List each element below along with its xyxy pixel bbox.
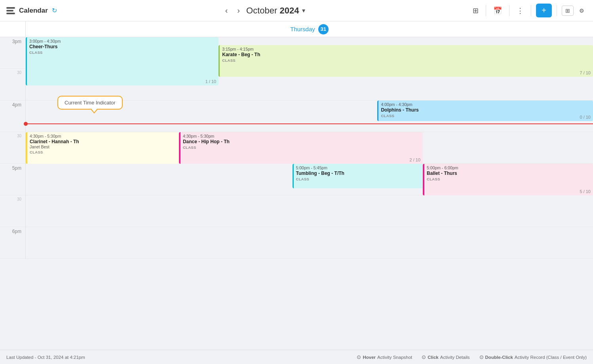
event-name: Dolphins - Thurs (381, 107, 591, 113)
app-container: Calendar ↻ ‹ › October 2024 ▾ ⊞ 📅 ⋮ + ⊞ … (0, 0, 593, 364)
event-time: 4:30pm - 5:30pm (30, 134, 177, 138)
event-cheer-thurs[interactable]: 3:00pm - 4:30pm Cheer-Thurs CLASS 1 / 10 (26, 37, 219, 85)
click-mouse-icon: ⊙ (422, 354, 426, 360)
event-time: 5:00pm - 5:45pm (296, 165, 426, 170)
event-ballet[interactable]: 5:00pm - 6:00pm Ballet - Thurs CLASS 5 /… (423, 164, 593, 195)
hints-area: ⊙ Hover Activity Snapshot ⊙ Click Activi… (357, 354, 587, 360)
main-grid: 3:00pm - 4:30pm Cheer-Thurs CLASS 1 / 10… (26, 37, 593, 350)
tooltip-text: Current Time Indicator (65, 100, 116, 106)
time-3pm: 3pm (0, 37, 26, 69)
refresh-icon[interactable]: ↻ (52, 7, 57, 14)
columns-view-button[interactable]: ⊞ (470, 5, 481, 17)
event-type: CLASS (29, 50, 216, 55)
hint-dblclick-action: Double-Click (485, 355, 513, 360)
current-time-tooltip: Current Time Indicator (57, 96, 123, 110)
hint-click: ⊙ Click Activity Details (422, 354, 469, 360)
time-column: 3pm 30 4pm 30 5pm 30 6pm (0, 37, 26, 350)
calendar-body: Thursday 31 3pm 30 4pm 30 5pm 30 6pm (0, 21, 593, 350)
event-karate[interactable]: 3:15pm - 4:15pm Karate - Beg - Th CLASS … (219, 45, 593, 77)
separator (486, 5, 486, 16)
event-name: Clarinet - Hannah - Th (30, 139, 177, 144)
event-count: 0 / 10 (580, 115, 591, 119)
scroll-area[interactable]: Thursday 31 3pm 30 4pm 30 5pm 30 6pm (0, 21, 593, 350)
hover-mouse-icon: ⊙ (357, 354, 361, 360)
app-title: Calendar (19, 7, 48, 15)
grid-view-button[interactable]: ⊞ (562, 6, 574, 16)
hint-click-text: Activity Details (440, 355, 470, 360)
event-count: 7 / 10 (580, 70, 591, 75)
event-time: 4:30pm - 5:30pm (183, 134, 420, 138)
hint-hover-text: Activity Snapshot (377, 355, 412, 360)
event-count: 5 / 10 (580, 189, 591, 194)
event-sub: Janet Best (30, 144, 177, 149)
header: Calendar ↻ ‹ › October 2024 ▾ ⊞ 📅 ⋮ + ⊞ … (0, 0, 593, 21)
event-time: 4:00pm - 4:30pm (381, 102, 591, 107)
calendar-view-button[interactable]: 📅 (491, 5, 504, 17)
event-type: CLASS (30, 150, 177, 154)
hint-click-action: Click (428, 355, 439, 360)
time-430: 30 (0, 132, 26, 164)
last-updated-label: Last Updated - Oct 31, 2024 at 4:21pm (6, 355, 85, 360)
status-bar: Last Updated - Oct 31, 2024 at 4:21pm ⊙ … (0, 350, 593, 364)
event-type: CLASS (381, 114, 591, 118)
event-tumbling[interactable]: 5:00pm - 5:45pm Tumbling - Beg - T/Th CL… (293, 164, 429, 188)
year-label: 2024 (279, 6, 299, 15)
event-dance-hiphop[interactable]: 4:30pm - 5:30pm Dance - Hip Hop - Th CLA… (179, 132, 423, 164)
separator3 (531, 5, 531, 16)
month-year-label: October 2024 (246, 6, 299, 16)
event-time: 3:00pm - 4:30pm (29, 39, 216, 44)
day-header: Thursday 31 (26, 21, 593, 37)
header-left: Calendar ↻ (6, 7, 57, 15)
time-6pm: 6pm (0, 227, 26, 259)
hint-hover-action: Hover (363, 355, 376, 360)
dblclick-mouse-icon: ⊙ (479, 354, 484, 360)
settings-icon[interactable]: ⚙ (577, 6, 587, 15)
event-time: 5:00pm - 6:00pm (427, 165, 591, 170)
events-layer: 3:00pm - 4:30pm Cheer-Thurs CLASS 1 / 10… (26, 37, 593, 350)
event-count: 1 / 10 (205, 79, 217, 84)
sidebar-toggle-icon[interactable] (6, 7, 15, 14)
header-center: ‹ › October 2024 ▾ (222, 4, 306, 17)
event-name: Dance - Hip Hop - Th (183, 139, 420, 144)
time-4pm: 4pm (0, 100, 26, 132)
time-5pm: 5pm (0, 164, 26, 195)
next-nav-button[interactable]: › (234, 4, 243, 17)
event-time: 3:15pm - 4:15pm (222, 47, 591, 51)
hint-dblclick: ⊙ Double-Click Activity Record (Class / … (479, 354, 587, 360)
month-dropdown-button[interactable]: ▾ (302, 7, 305, 14)
event-type: CLASS (183, 145, 420, 150)
month-label: October (246, 6, 277, 15)
header-right: ⊞ 📅 ⋮ + ⊞ ⚙ (470, 4, 587, 17)
event-name: Ballet - Thurs (427, 171, 591, 176)
hint-dblclick-text: Activity Record (Class / Event Only) (515, 355, 587, 360)
event-type: CLASS (296, 177, 426, 181)
event-name: Karate - Beg - Th (222, 52, 591, 57)
day-number: 31 (318, 24, 329, 34)
event-type: CLASS (427, 177, 591, 181)
event-name: Tumbling - Beg - T/Th (296, 171, 426, 176)
event-type: CLASS (222, 58, 591, 63)
event-clarinet[interactable]: 4:30pm - 5:30pm Clarinet - Hannah - Th J… (26, 132, 179, 164)
prev-nav-button[interactable]: ‹ (222, 4, 231, 17)
time-grid-area: 3pm 30 4pm 30 5pm 30 6pm (0, 37, 593, 350)
more-options-button[interactable]: ⋮ (514, 5, 526, 17)
hint-hover: ⊙ Hover Activity Snapshot (357, 354, 412, 360)
current-time-line (26, 123, 593, 124)
separator4 (557, 5, 557, 16)
event-dolphins[interactable]: 4:00pm - 4:30pm Dolphins - Thurs CLASS 0… (377, 100, 593, 121)
time-530: 30 (0, 195, 26, 227)
event-count: 2 / 10 (410, 157, 421, 162)
event-name: Cheer-Thurs (29, 44, 216, 49)
separator2 (509, 5, 509, 16)
time-330: 30 (0, 69, 26, 100)
day-name: Thursday (290, 26, 315, 32)
add-event-button[interactable]: + (536, 4, 552, 17)
